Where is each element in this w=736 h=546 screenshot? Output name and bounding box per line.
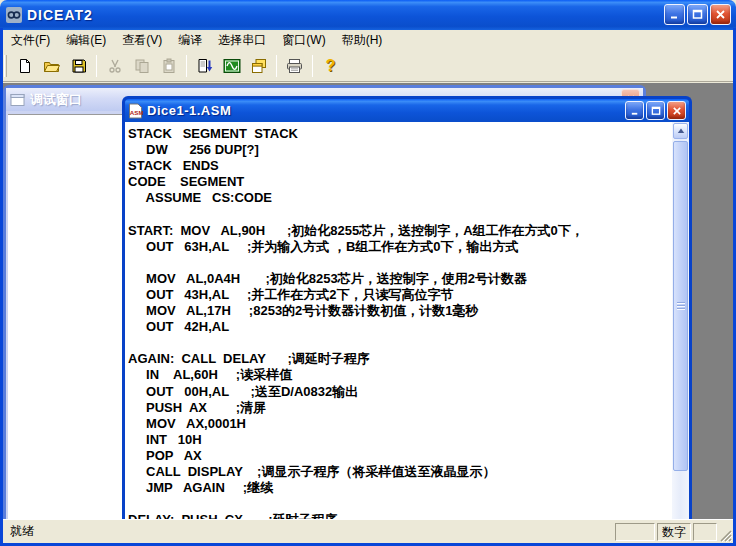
editor-body: STACK SEGMENT STACK DW 256 DUP[?] STACK … [125,122,689,519]
print-button[interactable] [282,53,307,78]
cascade-windows-button[interactable] [246,53,271,78]
main-titlebar[interactable]: DICEAT2 [0,0,736,30]
editor-window-controls [625,101,686,120]
minimize-button[interactable] [664,4,685,25]
debug-window-icon [10,93,25,107]
compile-button[interactable] [192,53,217,78]
help-button[interactable]: ? [318,53,343,78]
menu-window[interactable]: 窗口(W) [274,30,333,51]
editor-maximize-button[interactable] [646,101,665,120]
paste-clipboard-icon [161,58,177,74]
paste-button[interactable] [156,53,181,78]
toolbar-separator [276,55,277,77]
scrollbar-thumb[interactable] [673,141,688,471]
main-window: DICEAT2 文件(F) 编辑(E) 查看(V) 编译 选择串口 窗口(W) … [0,0,736,546]
menu-select-serial-port[interactable]: 选择串口 [210,30,274,51]
status-bar: 就绪 数字 [3,519,733,543]
window-border-left [0,28,3,543]
toolbar-separator [186,55,187,77]
maximize-button[interactable] [687,4,708,25]
menu-bar: 文件(F) 编辑(E) 查看(V) 编译 选择串口 窗口(W) 帮助(H) [0,30,736,50]
debug-window-title: 调试窗口 [30,91,82,109]
cut-button[interactable] [102,53,127,78]
editor-window[interactable]: ASM Dice1-1.ASM STACK SEGMENT STACK DW 2… [122,96,692,519]
editor-titlebar[interactable]: ASM Dice1-1.ASM [125,99,689,122]
close-button[interactable] [710,4,731,25]
copy-button[interactable] [129,53,154,78]
toolbar-separator [312,55,313,77]
help-question-icon: ? [326,57,336,75]
printer-icon [286,58,303,74]
num-lock-indicator: 数字 [657,523,691,541]
open-folder-icon [43,58,60,74]
editor-close-button[interactable] [667,101,686,120]
vertical-scrollbar[interactable] [672,122,689,519]
status-panel-empty [693,523,717,541]
cut-scissors-icon [107,58,123,74]
save-floppy-icon [71,58,87,74]
copy-pages-icon [134,58,150,74]
oscilloscope-waveform-icon [223,58,241,74]
menu-file[interactable]: 文件(F) [3,30,58,51]
oscilloscope-button[interactable] [219,53,244,78]
status-panel-empty [615,523,655,541]
status-message: 就绪 [10,523,34,540]
new-document-icon [17,58,33,74]
resize-grip[interactable] [719,529,732,542]
menu-edit[interactable]: 编辑(E) [58,30,114,51]
toolbar-grip-handle[interactable] [4,55,7,77]
editor-minimize-button[interactable] [625,101,644,120]
compile-icon [197,58,213,74]
app-icon [6,7,22,23]
toolbar: ? [0,50,736,82]
save-file-button[interactable] [66,53,91,78]
main-window-controls [664,4,731,25]
scrollbar-thumb-gripper [677,302,685,311]
status-panels: 数字 [615,523,717,541]
scroll-up-button[interactable] [673,123,688,139]
menu-compile[interactable]: 编译 [170,30,210,51]
new-file-button[interactable] [12,53,37,78]
menu-view[interactable]: 查看(V) [114,30,170,51]
code-editor[interactable]: STACK SEGMENT STACK DW 256 DUP[?] STACK … [125,122,689,519]
toolbar-separator [96,55,97,77]
svg-text:ASM: ASM [130,108,143,115]
menu-help[interactable]: 帮助(H) [334,30,391,51]
open-file-button[interactable] [39,53,64,78]
editor-window-title: Dice1-1.ASM [147,103,231,118]
cascade-windows-icon [251,58,267,74]
asm-file-icon: ASM [128,103,143,119]
main-window-title: DICEAT2 [27,7,93,23]
mdi-client-area: 调试窗口 ASM Dice1-1.ASM STACK SE [3,83,733,519]
up-arrow-icon [677,127,685,135]
